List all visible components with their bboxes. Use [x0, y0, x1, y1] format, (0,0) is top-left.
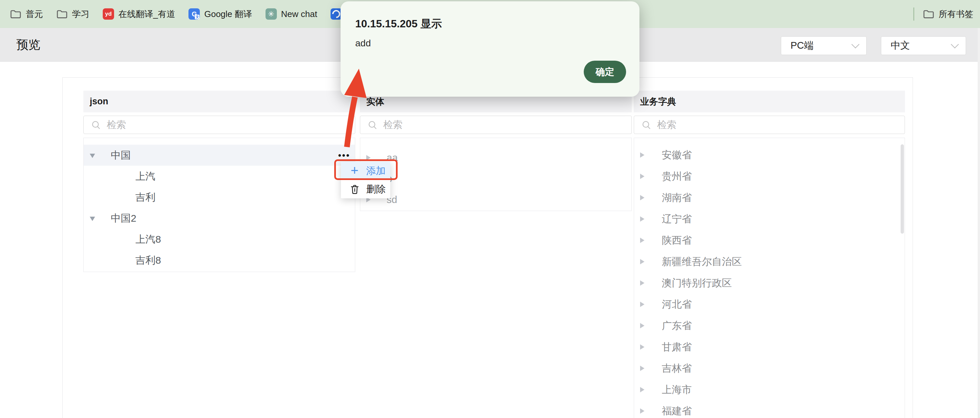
tree-item-label: 上汽 — [135, 169, 156, 183]
dictionary-item-label: 陕西省 — [662, 234, 692, 247]
caret-right-icon[interactable] — [640, 344, 644, 350]
dictionary-item[interactable]: 辽宁省 — [634, 208, 905, 230]
page-scrollbar-rail[interactable] — [978, 28, 980, 418]
dictionary-item[interactable]: 新疆维吾尔自治区 — [634, 251, 905, 272]
json-search-input[interactable] — [106, 119, 355, 131]
dictionary-item[interactable]: 陕西省 — [634, 230, 905, 251]
tree-item[interactable]: 吉利8 — [84, 250, 355, 271]
dictionary-item-label: 贵州省 — [662, 170, 692, 183]
page-title: 预览 — [16, 28, 40, 61]
search-icon — [641, 120, 651, 130]
dictionary-item-label: 广东省 — [662, 319, 692, 333]
entity-search-box — [360, 116, 632, 134]
caret-right-icon[interactable] — [640, 387, 644, 393]
dictionary-item-label: 吉林省 — [662, 362, 692, 375]
caret-right-icon[interactable] — [640, 302, 644, 307]
tree-item[interactable]: 吉利 — [84, 187, 355, 208]
caret-right-icon[interactable] — [640, 195, 644, 200]
panel-entity-title: 实体 — [366, 96, 384, 108]
dictionary-item-label: 澳门特别行政区 — [662, 277, 732, 290]
plus-icon: + — [349, 165, 360, 177]
content-card: json 中国•••上汽吉利中国2上汽8吉利8 实体 aabsd 业务字典 安徽… — [62, 77, 913, 418]
chevron-down-icon — [951, 40, 959, 48]
dictionary-item-label: 福建省 — [662, 404, 692, 418]
caret-right-icon[interactable] — [640, 238, 644, 243]
folder-icon — [10, 8, 21, 20]
chatgpt-icon: ✳ — [266, 8, 277, 20]
caret-right-icon[interactable] — [640, 216, 644, 222]
menu-item-add[interactable]: + 添加 — [341, 162, 390, 180]
panel-dictionary-header: 业务字典 — [634, 91, 905, 112]
bookmark-item[interactable]: ✳New chat — [266, 8, 317, 20]
bookmark-item[interactable]: G文Google 翻译 — [188, 8, 252, 20]
trash-icon — [349, 184, 360, 194]
dictionary-item[interactable]: 上海市 — [634, 379, 905, 401]
dictionary-item[interactable]: 河北省 — [634, 294, 905, 315]
menu-item-add-label: 添加 — [366, 164, 386, 178]
bookmark-item[interactable]: 普元 — [10, 8, 43, 20]
search-icon — [91, 120, 101, 130]
alert-dialog: 10.15.15.205 显示 add 确定 — [340, 2, 640, 97]
entity-search-input[interactable] — [383, 119, 632, 131]
entity-item[interactable]: sd — [360, 189, 632, 210]
dictionary-search-input[interactable] — [657, 119, 905, 131]
entity-list: aabsd — [360, 138, 632, 211]
all-bookmarks-button[interactable]: 所有书签 — [923, 8, 973, 20]
caret-right-icon[interactable] — [640, 408, 644, 414]
dictionary-item-label: 河北省 — [662, 298, 692, 312]
deepl-icon — [331, 8, 342, 20]
entity-item[interactable]: aa — [360, 147, 632, 168]
panel-json-header: json — [83, 91, 355, 112]
confirm-button[interactable]: 确定 — [584, 61, 626, 83]
tree-item-label: 中国 — [111, 148, 131, 162]
tree-context-menu: + 添加 删除 — [341, 162, 390, 198]
dictionary-item[interactable]: 澳门特别行政区 — [634, 272, 905, 294]
caret-right-icon[interactable] — [640, 280, 644, 286]
dictionary-item-label: 新疆维吾尔自治区 — [662, 255, 742, 269]
bookmark-item[interactable]: 学习 — [56, 8, 89, 20]
dictionary-item[interactable]: 甘肃省 — [634, 336, 905, 358]
tree-item[interactable]: 中国2 — [84, 208, 355, 229]
menu-item-delete-label: 删除 — [366, 183, 386, 196]
caret-right-icon[interactable] — [640, 174, 644, 179]
tree-item-label: 吉利 — [135, 190, 156, 204]
dictionary-item[interactable]: 贵州省 — [634, 166, 905, 187]
caret-right-icon[interactable] — [640, 366, 644, 371]
json-tree: 中国•••上汽吉利中国2上汽8吉利8 — [83, 138, 355, 272]
all-bookmarks-label: 所有书签 — [939, 8, 973, 20]
caret-right-icon[interactable] — [640, 153, 644, 158]
json-search-box — [83, 116, 355, 134]
tree-item[interactable]: 上汽8 — [84, 229, 355, 250]
bookmark-item[interactable]: yd在线翻译_有道 — [103, 8, 175, 20]
caret-right-icon[interactable] — [366, 155, 371, 161]
alert-dialog-message: add — [355, 38, 371, 49]
more-button[interactable]: ••• — [338, 151, 350, 160]
caret-down-icon[interactable] — [90, 217, 95, 221]
alert-dialog-title: 10.15.15.205 显示 — [355, 17, 442, 31]
tree-item[interactable]: 上汽 — [84, 166, 355, 187]
dictionary-item-label: 上海市 — [662, 383, 692, 397]
dictionary-item[interactable]: 吉林省 — [634, 358, 905, 379]
dictionary-item[interactable]: 安徽省 — [634, 144, 905, 166]
dictionary-item[interactable]: 福建省 — [634, 401, 905, 418]
bookmark-label: 在线翻译_有道 — [118, 8, 175, 20]
dictionary-item[interactable]: 湖南省 — [634, 187, 905, 208]
language-select[interactable]: 中文 — [881, 37, 966, 55]
bookmarks-bar-right: 所有书签 — [913, 0, 973, 28]
folder-icon — [923, 8, 934, 20]
bookmark-label: 学习 — [72, 8, 89, 20]
tree-item-label: 吉利8 — [135, 253, 161, 267]
caret-right-icon[interactable] — [640, 323, 644, 328]
device-select[interactable]: PC端 — [781, 37, 867, 55]
chevron-down-icon — [851, 40, 859, 48]
menu-item-delete[interactable]: 删除 — [341, 180, 390, 198]
google-translate-icon: G文 — [188, 8, 200, 20]
language-select-value: 中文 — [891, 39, 952, 52]
dictionary-item[interactable]: 广东省 — [634, 315, 905, 336]
tree-item[interactable]: 中国••• — [84, 145, 355, 166]
caret-right-icon[interactable] — [640, 259, 644, 264]
panel-json-title: json — [90, 96, 108, 106]
entity-item[interactable]: b — [360, 168, 632, 189]
caret-down-icon[interactable] — [90, 154, 95, 158]
bookmark-label: 普元 — [26, 8, 43, 20]
